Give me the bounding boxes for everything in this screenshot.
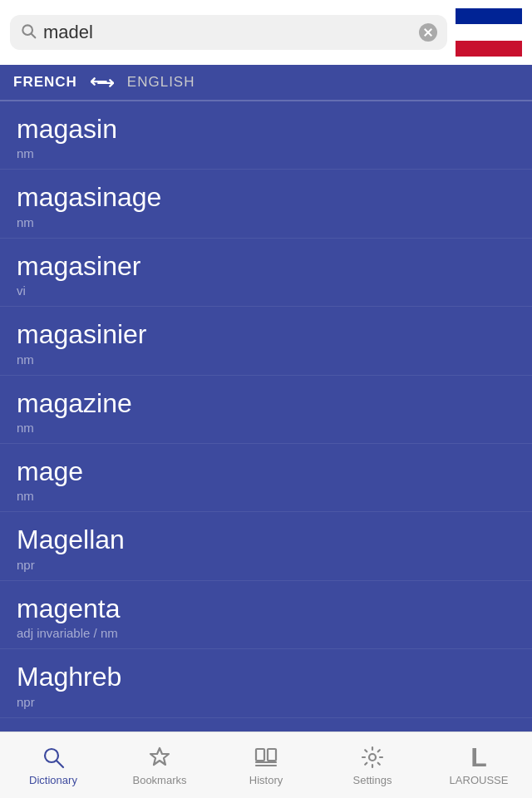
list-item[interactable]: magasinagenm xyxy=(0,170,532,238)
list-item[interactable]: magenm xyxy=(0,444,532,512)
word-type: nm xyxy=(17,421,515,435)
bookmarks-tab-icon xyxy=(146,744,173,771)
list-item[interactable]: Magellannpr xyxy=(0,512,532,580)
list-item[interactable]: magasiniernm xyxy=(0,307,532,375)
search-tab-icon xyxy=(40,744,66,771)
flag-display xyxy=(456,8,522,57)
history-tab-icon xyxy=(253,744,279,771)
word-type: vi xyxy=(17,283,515,298)
tab-history-label: History xyxy=(249,774,283,786)
tab-dictionary-label: Dictionary xyxy=(29,774,77,786)
settings-tab-icon xyxy=(359,744,386,771)
word-name: magasin xyxy=(17,113,515,145)
list-item[interactable]: magentaadj invariable / nm xyxy=(0,581,532,649)
english-language-label: ENGLISH xyxy=(127,74,195,91)
word-type: npr xyxy=(17,695,515,709)
header: madel xyxy=(0,0,532,65)
svg-rect-7 xyxy=(256,749,264,761)
tab-bookmarks[interactable]: Bookmarks xyxy=(106,732,213,798)
word-name: magasinier xyxy=(17,318,515,350)
svg-point-11 xyxy=(369,754,376,761)
word-name: magazine xyxy=(17,387,515,419)
word-name: magasiner xyxy=(17,250,515,282)
svg-marker-6 xyxy=(150,748,169,765)
language-switcher[interactable]: FRENCH ENGLISH xyxy=(0,65,532,100)
svg-line-1 xyxy=(32,34,36,38)
list-item[interactable]: Maghrebnpr xyxy=(0,649,532,717)
svg-point-4 xyxy=(45,749,58,762)
tab-settings-label: Settings xyxy=(353,774,392,786)
word-type: adj invariable / nm xyxy=(17,626,515,640)
word-type: nm xyxy=(17,146,515,160)
french-language-label: FRENCH xyxy=(13,74,77,91)
svg-line-5 xyxy=(57,761,64,768)
word-name: mage xyxy=(17,456,515,487)
svg-rect-8 xyxy=(268,749,276,761)
swap-icon[interactable] xyxy=(91,73,114,91)
list-item[interactable]: magazinenm xyxy=(0,376,532,444)
word-name: Maghreb xyxy=(17,661,515,692)
tab-dictionary[interactable]: Dictionary xyxy=(0,732,106,798)
list-item[interactable]: magasinnm xyxy=(0,101,532,170)
clear-button[interactable] xyxy=(419,23,437,42)
word-name: magenta xyxy=(17,593,515,624)
tab-bookmarks-label: Bookmarks xyxy=(132,774,186,786)
word-type: nm xyxy=(17,215,515,229)
word-name: Magellan xyxy=(17,524,515,555)
word-type: nm xyxy=(17,352,515,367)
word-list: magasinnmmagasinagenmmagasinervimagasini… xyxy=(0,101,532,745)
tab-history[interactable]: History xyxy=(213,732,319,798)
search-bar: madel xyxy=(10,15,447,50)
list-item[interactable]: magasinervi xyxy=(0,239,532,307)
tab-settings[interactable]: Settings xyxy=(319,732,426,798)
word-type: npr xyxy=(17,558,515,572)
search-icon xyxy=(20,22,43,42)
tab-larousse[interactable]: L LAROUSSE xyxy=(426,732,532,798)
tab-larousse-label: LAROUSSE xyxy=(450,774,509,786)
word-name: magasinage xyxy=(17,181,515,213)
word-type: nm xyxy=(17,489,515,503)
larousse-tab-icon: L xyxy=(466,744,492,771)
tab-bar: Dictionary Bookmarks History Set xyxy=(0,732,532,798)
search-input[interactable]: madel xyxy=(43,22,419,43)
